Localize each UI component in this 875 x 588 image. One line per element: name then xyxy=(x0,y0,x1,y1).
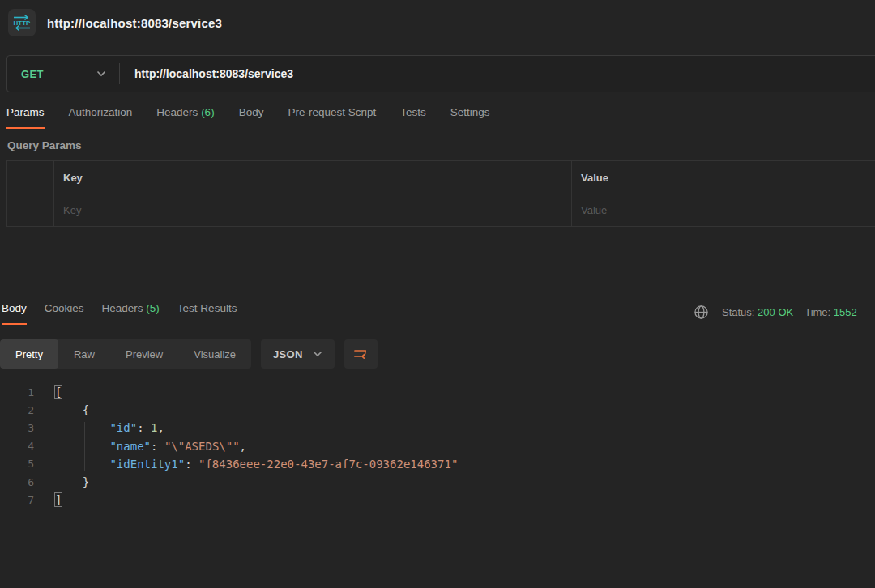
method-select[interactable]: GET xyxy=(7,68,119,80)
code-line: 1[ xyxy=(0,383,875,401)
code-line: 6 } xyxy=(0,473,875,491)
status-value: 200 OK xyxy=(758,306,793,318)
chevron-down-icon xyxy=(96,70,106,77)
query-params-title: Query Params xyxy=(0,139,875,151)
tab-body[interactable]: Body xyxy=(239,106,264,129)
value-input[interactable]: Value xyxy=(572,194,875,226)
response-tab-test-results[interactable]: Test Results xyxy=(177,302,237,325)
row-select-cell[interactable] xyxy=(7,194,54,226)
tab-pre-request-script[interactable]: Pre-request Script xyxy=(288,106,376,129)
code-line: 5 "idEntity1": "f8436eee-22e0-43e7-af7c-… xyxy=(0,455,875,473)
response-view-toolbar: Pretty Raw Preview Visualize JSON xyxy=(0,339,875,369)
status-label: Status: xyxy=(722,306,754,318)
key-column-header: Key xyxy=(54,161,572,194)
code-line: 2 { xyxy=(0,401,875,419)
request-title: http://localhost:8083/service3 xyxy=(47,16,222,30)
code-line: 3 "id": 1, xyxy=(0,419,875,437)
request-titlebar: HTTP http://localhost:8083/service3 xyxy=(0,0,875,45)
language-select[interactable]: JSON xyxy=(261,339,335,369)
response-tab-headers[interactable]: Headers (5) xyxy=(102,302,160,325)
language-label: JSON xyxy=(273,348,303,360)
code-line: 4 "name": "\"ASEDS\"", xyxy=(0,437,875,455)
key-input[interactable]: Key xyxy=(54,194,572,226)
chevron-down-icon xyxy=(313,351,322,357)
svg-text:HTTP: HTTP xyxy=(14,19,32,27)
request-tabs: Params Authorization Headers (6) Body Pr… xyxy=(0,106,875,129)
response-tab-cookies[interactable]: Cookies xyxy=(45,302,84,325)
select-column-header xyxy=(7,161,54,194)
query-params-empty-row: Key Value xyxy=(7,194,875,226)
view-mode-preview[interactable]: Preview xyxy=(110,339,178,369)
indent-guide xyxy=(58,404,58,490)
method-label: GET xyxy=(21,68,44,80)
code-lines: 1[2 {3 "id": 1,4 "name": "\"ASEDS\"",5 "… xyxy=(0,383,875,509)
network-globe-icon[interactable] xyxy=(694,305,709,320)
tab-headers[interactable]: Headers (6) xyxy=(156,106,214,129)
query-params-header-row: Key Value xyxy=(7,161,875,194)
response-tab-body[interactable]: Body xyxy=(2,302,27,325)
text-wrap-icon xyxy=(352,346,369,362)
view-mode-visualize[interactable]: Visualize xyxy=(178,339,251,369)
tab-authorization[interactable]: Authorization xyxy=(69,106,133,129)
response-header: Body Cookies Headers (5) Test Results St… xyxy=(0,300,875,330)
tab-tests[interactable]: Tests xyxy=(400,106,426,129)
http-request-icon: HTTP xyxy=(8,9,36,36)
url-input[interactable]: http://localhost:8083/service3 xyxy=(120,67,293,80)
view-mode-pretty[interactable]: Pretty xyxy=(0,339,58,369)
indent-guide xyxy=(84,422,85,471)
view-mode-group: Pretty Raw Preview Visualize xyxy=(0,339,251,369)
url-bar: GET http://localhost:8083/service3 xyxy=(6,55,875,92)
tab-settings[interactable]: Settings xyxy=(450,106,490,129)
time-value: 1552 xyxy=(834,306,857,318)
query-params-table: Key Value Key Value xyxy=(6,160,875,227)
value-column-header: Value xyxy=(572,161,875,194)
view-mode-raw[interactable]: Raw xyxy=(58,339,110,369)
response-tabs: Body Cookies Headers (5) Test Results xyxy=(0,302,237,325)
code-line: 7] xyxy=(0,491,875,509)
tab-params[interactable]: Params xyxy=(6,106,45,129)
response-body-viewer[interactable]: 1[2 {3 "id": 1,4 "name": "\"ASEDS\"",5 "… xyxy=(0,381,875,509)
response-headers-count-badge: (5) xyxy=(146,302,160,314)
headers-count-badge: (6) xyxy=(201,106,215,118)
response-meta: Status: 200 OK Time: 1552 xyxy=(694,305,857,320)
wrap-line-button[interactable] xyxy=(344,339,378,369)
time-label: Time: xyxy=(805,306,830,318)
